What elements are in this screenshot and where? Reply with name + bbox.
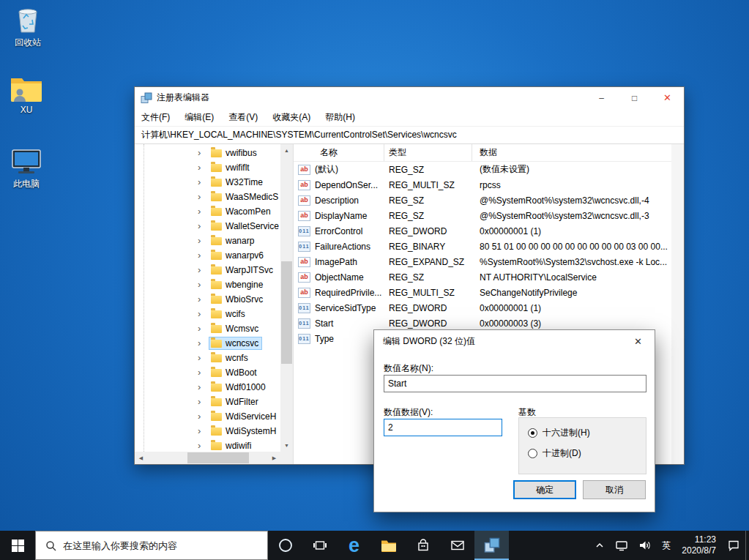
mail-button[interactable]	[440, 531, 474, 560]
dialog-titlebar[interactable]: 编辑 DWORD (32 位)值 ✕	[374, 330, 655, 352]
hex-radio-button[interactable]	[528, 428, 537, 438]
value-name-input[interactable]	[384, 375, 646, 392]
expand-chevron-icon[interactable]: ›	[198, 351, 209, 365]
scroll-up-icon[interactable]: ▲	[280, 144, 293, 157]
show-desktop-button[interactable]	[745, 531, 749, 560]
expand-chevron-icon[interactable]: ›	[198, 292, 209, 307]
expand-chevron-icon[interactable]: ›	[198, 190, 209, 204]
tree-node[interactable]: WdiServiceH	[209, 411, 279, 422]
expand-chevron-icon[interactable]: ›	[198, 160, 209, 175]
desktop-icon-recycle-bin[interactable]: 回收站	[1, 4, 54, 48]
language-indicator[interactable]: 英	[657, 531, 676, 560]
expand-chevron-icon[interactable]: ›	[198, 146, 209, 160]
tray-expand-button[interactable]	[589, 531, 610, 560]
ok-button[interactable]: 确定	[513, 480, 576, 499]
desktop-icon-this-pc[interactable]: 此电脑	[0, 147, 53, 189]
store-button[interactable]	[406, 531, 440, 560]
expand-chevron-icon[interactable]: ›	[198, 219, 209, 234]
tree-node[interactable]: wdiwifi	[209, 440, 254, 452]
dec-radio-button[interactable]	[528, 449, 537, 458]
expand-chevron-icon[interactable]: ›	[198, 438, 209, 452]
clock[interactable]: 11:23 2020/8/7	[676, 534, 722, 556]
tree-vertical-scrollbar[interactable]: ▲ ▼	[280, 144, 293, 452]
regedit-taskbar-button[interactable]	[474, 531, 509, 560]
registry-value-row[interactable]: ObjectName REG_SZ NT AUTHORITY\LocalServ…	[294, 269, 684, 285]
tree-node[interactable]: WdiSystemH	[209, 425, 279, 437]
menu-help[interactable]: 帮助(H)	[325, 111, 355, 124]
registry-value-row[interactable]: (默认) REG_SZ (数值未设置)	[294, 162, 684, 177]
regedit-titlebar[interactable]: 注册表编辑器 – □ ✕	[135, 87, 684, 108]
desktop-icon-xu[interactable]: XU	[0, 75, 53, 115]
expand-chevron-icon[interactable]: ›	[198, 307, 209, 321]
dec-radio-option[interactable]: 十进制(D)	[528, 447, 637, 460]
column-header-name[interactable]: 名称	[294, 144, 384, 161]
column-header-type[interactable]: 类型	[384, 144, 472, 161]
action-center-button[interactable]	[722, 531, 745, 560]
tree-node[interactable]: vwififlt	[209, 162, 253, 173]
expand-chevron-icon[interactable]: ›	[198, 204, 209, 219]
tree-item[interactable]: › WarpJITSvc	[135, 263, 280, 277]
list-scrollbar[interactable]	[671, 144, 684, 464]
registry-value-row[interactable]: RequiredPrivile... REG_MULTI_SZ SeChange…	[294, 285, 684, 300]
tree-item[interactable]: › wcncsvc	[135, 336, 280, 351]
value-data-input[interactable]	[384, 419, 502, 436]
network-button[interactable]	[610, 531, 633, 560]
registry-value-row[interactable]: FailureActions REG_BINARY 80 51 01 00 00…	[294, 239, 684, 254]
expand-chevron-icon[interactable]: ›	[198, 248, 209, 263]
tree-node[interactable]: vwifibus	[209, 147, 260, 159]
scroll-right-icon[interactable]: ▶	[268, 452, 280, 464]
tree-node[interactable]: W32Time	[209, 176, 266, 188]
expand-chevron-icon[interactable]: ›	[198, 424, 209, 438]
tree-node[interactable]: wanarp	[209, 235, 257, 247]
start-button[interactable]	[0, 531, 35, 560]
column-header-data[interactable]: 数据	[472, 144, 684, 161]
tree-node[interactable]: WalletService	[209, 220, 280, 232]
tree-vscroll-thumb[interactable]	[281, 261, 292, 364]
tree-item[interactable]: › WdFilter	[135, 395, 280, 409]
tree-item[interactable]: › wdiwifi	[135, 438, 280, 452]
maximize-button[interactable]: □	[618, 87, 651, 108]
registry-value-row[interactable]: Start REG_DWORD 0x00000003 (3)	[294, 316, 684, 331]
registry-value-row[interactable]: ServiceSidType REG_DWORD 0x00000001 (1)	[294, 300, 684, 316]
registry-value-row[interactable]: ImagePath REG_EXPAND_SZ %SystemRoot%\Sys…	[294, 254, 684, 269]
cancel-button[interactable]: 取消	[583, 480, 646, 499]
tree-hscroll-thumb[interactable]	[187, 452, 249, 463]
tree-item[interactable]: › wanarp	[135, 234, 280, 248]
tree-node[interactable]: Wdf01000	[209, 381, 269, 393]
cortana-button[interactable]	[268, 531, 302, 560]
menu-edit[interactable]: 编辑(E)	[185, 111, 214, 124]
expand-chevron-icon[interactable]: ›	[198, 380, 209, 395]
tree-item[interactable]: › vwifibus	[135, 146, 280, 160]
tree-horizontal-scrollbar[interactable]: ◀ ▶	[135, 452, 280, 464]
expand-chevron-icon[interactable]: ›	[198, 395, 209, 409]
tree-item[interactable]: › wcnfs	[135, 351, 280, 365]
search-input[interactable]	[63, 540, 267, 551]
address-bar[interactable]: 计算机\HKEY_LOCAL_MACHINE\SYSTEM\CurrentCon…	[135, 127, 684, 144]
tree-node[interactable]: wcncsvc	[209, 337, 261, 349]
tree-item[interactable]: › Wcmsvc	[135, 321, 280, 336]
expand-chevron-icon[interactable]: ›	[198, 321, 209, 336]
registry-value-row[interactable]: DependOnSer... REG_MULTI_SZ rpcss	[294, 177, 684, 193]
menu-favorites[interactable]: 收藏夹(A)	[272, 111, 310, 124]
expand-chevron-icon[interactable]: ›	[198, 336, 209, 351]
registry-value-row[interactable]: DisplayName REG_SZ @%SystemRoot%\system3…	[294, 208, 684, 223]
expand-chevron-icon[interactable]: ›	[198, 277, 209, 292]
tree-item[interactable]: › WdBoot	[135, 365, 280, 380]
edge-button[interactable]: e	[337, 531, 371, 560]
registry-value-row[interactable]: Description REG_SZ @%SystemRoot%\system3…	[294, 193, 684, 208]
scroll-left-icon[interactable]: ◀	[135, 452, 147, 464]
hex-radio-option[interactable]: 十六进制(H)	[528, 427, 637, 439]
tree-item[interactable]: › wbengine	[135, 277, 280, 292]
expand-chevron-icon[interactable]: ›	[198, 409, 209, 424]
tree-item[interactable]: › vwififlt	[135, 160, 280, 175]
minimize-button[interactable]: –	[585, 87, 618, 108]
expand-chevron-icon[interactable]: ›	[198, 234, 209, 248]
tree-node[interactable]: wbengine	[209, 279, 266, 291]
tree-node[interactable]: Wcmsvc	[209, 323, 261, 335]
tree-node[interactable]: wcnfs	[209, 352, 251, 364]
tree-item[interactable]: › wcifs	[135, 307, 280, 321]
tree-item[interactable]: › wanarpv6	[135, 248, 280, 263]
expand-chevron-icon[interactable]: ›	[198, 263, 209, 277]
task-view-button[interactable]	[302, 531, 337, 560]
volume-button[interactable]	[633, 531, 657, 560]
